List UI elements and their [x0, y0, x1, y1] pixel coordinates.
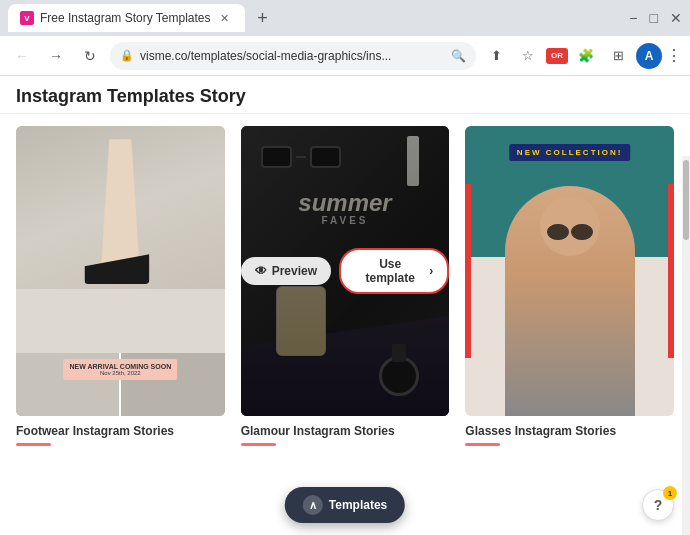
page-content: Instagram Templates Story NEW ARRIVAL CO… [0, 76, 690, 535]
page-header: Instagram Templates Story [0, 76, 690, 114]
tab-title: Free Instagram Story Templates [40, 11, 211, 25]
announcement-text: NEW ARRIVAL COMING SOON [69, 363, 171, 370]
footwear-image[interactable]: NEW ARRIVAL COMING SOON Nov 25th, 2022 [16, 126, 225, 416]
announcement-date: Nov 25th, 2022 [69, 370, 171, 376]
red-stripe-right [668, 184, 674, 358]
red-stripe-left [465, 184, 471, 358]
glamour-hover-overlay: 👁 Preview Use template › [241, 126, 450, 416]
lock-icon: 🔒 [120, 49, 134, 62]
page-title: Instagram Templates Story [16, 86, 674, 107]
eye-icon: 👁 [255, 264, 267, 278]
glasses-label: Glasses Instagram Stories [465, 424, 674, 438]
glasses-bg: NEW COLLECTION! [465, 126, 674, 416]
extension-icon[interactable]: OR [546, 48, 568, 64]
tab-favicon: V [20, 11, 34, 25]
footwear-leg [93, 139, 148, 269]
tab-close-button[interactable]: ✕ [217, 10, 233, 26]
minimize-button[interactable]: − [629, 10, 637, 26]
footwear-bottom: NEW ARRIVAL COMING SOON Nov 25th, 2022 [16, 289, 225, 352]
new-tab-button[interactable]: + [249, 4, 277, 32]
template-card-glasses: NEW COLLECTION! Glasses Instagram Storie… [465, 126, 674, 523]
templates-grid: NEW ARRIVAL COMING SOON Nov 25th, 2022 F… [0, 114, 690, 535]
preview-button[interactable]: 👁 Preview [241, 257, 331, 285]
glasses-image[interactable]: NEW COLLECTION! [465, 126, 674, 416]
browser-menu-button[interactable]: ⋮ [666, 46, 682, 65]
extensions-button[interactable]: 🧩 [572, 42, 600, 70]
footwear-bg: NEW ARRIVAL COMING SOON Nov 25th, 2022 [16, 126, 225, 416]
glasses-label-underline [465, 443, 500, 446]
scrollbar[interactable] [682, 156, 690, 535]
address-actions: ⬆ ☆ OR 🧩 ⊞ A ⋮ [482, 42, 682, 70]
footwear-main [16, 126, 225, 289]
url-bar[interactable]: 🔒 visme.co/templates/social-media-graphi… [110, 42, 476, 70]
help-icon: ? [654, 497, 663, 513]
refresh-button[interactable]: ↻ [76, 42, 104, 70]
address-bar: ← → ↻ 🔒 visme.co/templates/social-media-… [0, 36, 690, 76]
back-button[interactable]: ← [8, 42, 36, 70]
new-collection-badge: NEW COLLECTION! [509, 144, 631, 161]
glasses-left-lens [547, 224, 569, 240]
glamour-label-underline [241, 443, 276, 446]
profile-avatar[interactable]: A [636, 43, 662, 69]
footwear-label: Footwear Instagram Stories [16, 424, 225, 438]
help-badge: 1 [663, 486, 677, 500]
glamour-image[interactable]: summer FAVES 👁 Preview [241, 126, 450, 416]
url-text: visme.co/templates/social-media-graphics… [140, 49, 445, 63]
fab-label: Templates [329, 498, 387, 512]
window-controls: − □ ✕ [629, 10, 682, 26]
glasses-right-lens [571, 224, 593, 240]
glamour-label: Glamour Instagram Stories [241, 424, 450, 438]
templates-fab-button[interactable]: ∧ Templates [285, 487, 405, 523]
tab-grid-icon[interactable]: ⊞ [604, 42, 632, 70]
close-button[interactable]: ✕ [670, 10, 682, 26]
active-tab[interactable]: V Free Instagram Story Templates ✕ [8, 4, 245, 32]
footwear-label-underline [16, 443, 51, 446]
bookmark-icon[interactable]: ☆ [514, 42, 542, 70]
template-card-footwear: NEW ARRIVAL COMING SOON Nov 25th, 2022 F… [16, 126, 225, 523]
help-button[interactable]: ? 1 [642, 489, 674, 521]
glamour-bg: summer FAVES 👁 Preview [241, 126, 450, 416]
maximize-button[interactable]: □ [650, 10, 658, 26]
scrollbar-thumb[interactable] [683, 160, 689, 240]
fab-arrow-icon: ∧ [303, 495, 323, 515]
template-card-glamour: summer FAVES 👁 Preview [241, 126, 450, 523]
hover-actions: 👁 Preview Use template › [241, 248, 450, 294]
glasses-person [505, 186, 635, 416]
announcement-box: NEW ARRIVAL COMING SOON Nov 25th, 2022 [63, 359, 177, 380]
share-icon[interactable]: ⬆ [482, 42, 510, 70]
title-bar: V Free Instagram Story Templates ✕ + − □… [0, 0, 690, 36]
forward-button[interactable]: → [42, 42, 70, 70]
use-template-button[interactable]: Use template › [339, 248, 449, 294]
person-sunglasses [547, 224, 593, 240]
url-search-icon: 🔍 [451, 49, 466, 63]
person-face [540, 196, 600, 256]
